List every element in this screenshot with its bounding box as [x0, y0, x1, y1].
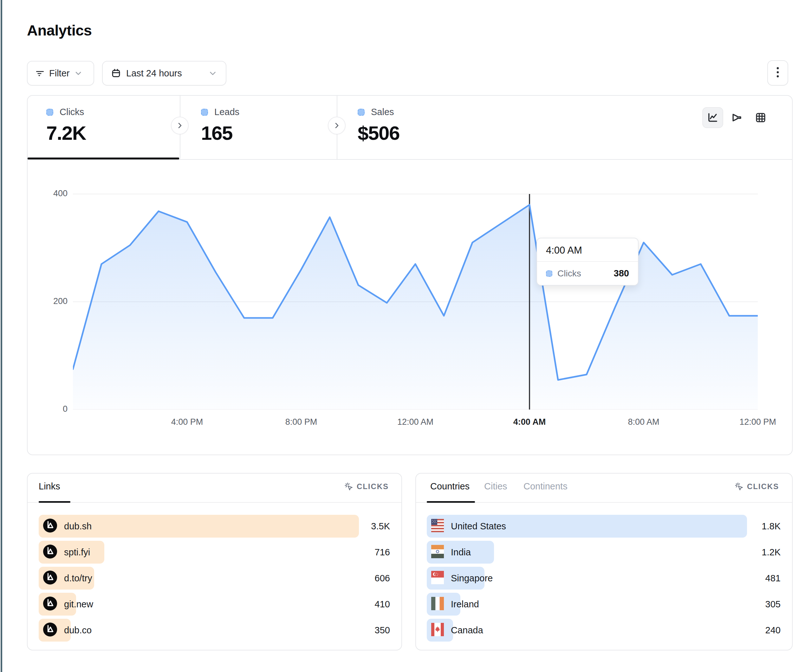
- funnel-chart-icon: [730, 112, 742, 124]
- kebab-menu-icon: [773, 66, 783, 80]
- page-title: Analytics: [27, 22, 92, 39]
- dub-logo-icon: [43, 518, 57, 532]
- list-item[interactable]: United States 1.8K: [427, 515, 781, 537]
- cursor-click-icon: [734, 482, 744, 491]
- x-tick-label: 8:00 AM: [618, 417, 669, 427]
- flag-sg-icon: [431, 580, 444, 585]
- list-item-icon: [43, 571, 57, 586]
- list-item-icon: [431, 545, 444, 559]
- table-grid-icon: [755, 112, 767, 124]
- tab-countries[interactable]: Countries: [430, 481, 469, 492]
- next-tab-button[interactable]: [171, 117, 189, 135]
- list-item-label: Singapore: [451, 573, 493, 583]
- filter-lines-icon: [35, 68, 45, 78]
- date-range-button[interactable]: Last 24 hours: [102, 61, 226, 85]
- list-item[interactable]: Singapore 481: [427, 567, 781, 590]
- dub-logo-icon: [43, 544, 57, 559]
- countries-list: United States 1.8K India 1.2K Singapore …: [427, 515, 781, 645]
- x-tick-label: 4:00 AM: [504, 417, 555, 427]
- tab-continents[interactable]: Continents: [524, 481, 568, 492]
- list-item[interactable]: git.new 410: [39, 593, 390, 616]
- list-item-value: 716: [375, 541, 390, 564]
- list-item[interactable]: spti.fyi 716: [39, 541, 390, 564]
- list-item-label: Ireland: [451, 599, 479, 609]
- flag-ie-icon: [431, 606, 444, 611]
- window-left-edge: [1, 0, 2, 672]
- tooltip-time: 4:00 AM: [537, 238, 638, 261]
- area-fill: [73, 205, 758, 409]
- list-item-icon: [431, 623, 444, 638]
- dub-logo-icon: [43, 597, 57, 611]
- tooltip-series-value: 380: [614, 268, 629, 279]
- tooltip-series-label: Clicks: [558, 268, 581, 279]
- list-item-icon: [43, 544, 57, 560]
- stat-label: Sales: [371, 107, 394, 117]
- list-item-label: dub.co: [64, 625, 92, 636]
- y-tick-label: 400: [30, 189, 68, 198]
- list-item-icon: [43, 623, 57, 638]
- stat-label: Clicks: [60, 107, 84, 117]
- tab-clicks[interactable]: Clicks 7.2K: [46, 107, 179, 144]
- flag-us-icon: [431, 528, 444, 533]
- list-item[interactable]: India 1.2K: [427, 541, 781, 564]
- tab-leads[interactable]: Leads 165: [201, 107, 334, 144]
- chevron-down-icon: [208, 68, 218, 78]
- clicks-legend-square-icon: [46, 109, 53, 116]
- funnel-chart-view-button[interactable]: [726, 107, 747, 128]
- list-item-value: 3.5K: [371, 515, 390, 537]
- list-item[interactable]: dub.sh 3.5K: [39, 515, 390, 537]
- flag-ca-icon: [431, 632, 444, 637]
- x-tick-label: 8:00 PM: [276, 417, 327, 427]
- cursor-click-icon: [344, 482, 353, 491]
- countries-active-underline: [427, 501, 475, 503]
- list-item-value: 305: [765, 593, 781, 616]
- list-item[interactable]: Canada 240: [427, 619, 781, 641]
- dub-logo-icon: [43, 623, 57, 636]
- list-item[interactable]: dub.co 350: [39, 619, 390, 641]
- list-item-value: 410: [375, 593, 390, 616]
- list-item-label: Canada: [451, 625, 483, 636]
- table-view-button[interactable]: [750, 107, 771, 128]
- list-item-icon: [431, 519, 444, 534]
- y-tick-label: 200: [30, 297, 68, 306]
- stat-value: $506: [358, 122, 491, 144]
- flag-in-icon: [431, 554, 444, 559]
- x-tick-label: 12:00 AM: [390, 417, 441, 427]
- chart-tooltip: 4:00 AM Clicks 380: [536, 238, 638, 286]
- calendar-icon: [111, 68, 121, 78]
- y-tick-label: 0: [30, 404, 68, 414]
- clicks-legend-square-icon: [546, 270, 552, 277]
- clicks-area-chart[interactable]: [73, 178, 758, 409]
- list-item-value: 240: [765, 619, 781, 641]
- line-chart-view-button[interactable]: [702, 107, 723, 128]
- chevron-right-icon: [176, 122, 184, 129]
- list-item-label: spti.fyi: [64, 547, 90, 558]
- list-item-label: d.to/try: [64, 573, 92, 583]
- next-tab-button[interactable]: [328, 117, 346, 135]
- leads-legend-square-icon: [201, 109, 208, 116]
- filter-button[interactable]: Filter: [27, 61, 94, 85]
- list-item-value: 481: [765, 567, 781, 590]
- links-metric-header[interactable]: CLICKS: [344, 482, 389, 491]
- list-item[interactable]: Ireland 305: [427, 593, 781, 616]
- tab-sales[interactable]: Sales $506: [358, 107, 491, 144]
- more-options-button[interactable]: [767, 60, 788, 85]
- x-tick-label: 12:00 PM: [732, 417, 783, 427]
- links-header-divider: [27, 502, 401, 503]
- list-item[interactable]: d.to/try 606: [39, 567, 390, 590]
- line-chart-icon: [707, 112, 719, 124]
- filter-button-label: Filter: [49, 68, 70, 78]
- stat-value: 165: [201, 122, 334, 144]
- links-active-underline: [39, 501, 70, 503]
- tab-links[interactable]: Links: [39, 481, 60, 492]
- list-item-value: 350: [375, 619, 390, 641]
- list-item-value: 1.2K: [762, 541, 781, 564]
- list-item-label: git.new: [64, 599, 93, 609]
- list-item-value: 1.8K: [762, 515, 781, 537]
- list-item-label: dub.sh: [64, 521, 92, 532]
- links-list: dub.sh 3.5K spti.fyi 716 d.to/try 606 gi…: [39, 515, 390, 645]
- countries-metric-header[interactable]: CLICKS: [734, 482, 779, 491]
- tab-cities[interactable]: Cities: [484, 481, 507, 492]
- list-item-label: United States: [451, 521, 506, 532]
- chevron-right-icon: [333, 122, 341, 129]
